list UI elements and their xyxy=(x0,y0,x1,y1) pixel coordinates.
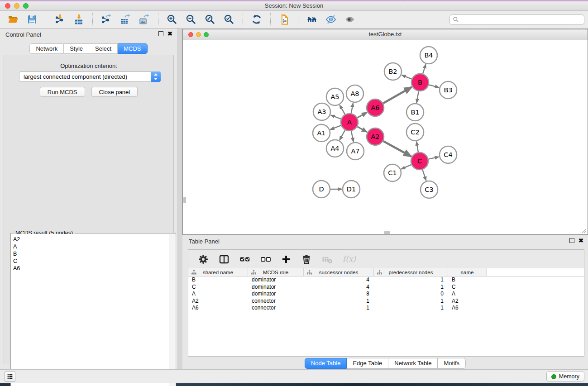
memory-button[interactable]: Memory xyxy=(546,372,584,381)
close-window-button[interactable] xyxy=(5,3,10,9)
graph-edge-A6-B[interactable] xyxy=(383,87,411,103)
delete-column-button[interactable] xyxy=(299,253,314,265)
create-column-button[interactable] xyxy=(279,254,293,265)
close-panel-button[interactable]: Close panel xyxy=(91,87,138,97)
network-horizontal-scrollbar-thumb[interactable] xyxy=(384,231,390,234)
mcds-result-item[interactable]: B xyxy=(11,250,169,257)
graph-edge-C-C1[interactable] xyxy=(401,165,411,169)
table-row-C[interactable]: Cdominator41C xyxy=(188,284,584,291)
hide-selected-button[interactable] xyxy=(323,14,339,25)
graph-edge-A-A1[interactable] xyxy=(330,125,341,129)
graph-edge-B-B1[interactable] xyxy=(416,91,418,103)
open-file-button[interactable] xyxy=(5,14,21,25)
save-session-button[interactable] xyxy=(24,14,40,25)
graph-edge-C-C3[interactable] xyxy=(422,170,426,181)
tab-network-table[interactable]: Network Table xyxy=(388,358,438,369)
network-canvas[interactable]: B4B2BB3A5A8A6A3B1AC2A1A2A4A7C4CC1C3DD1 xyxy=(183,40,588,234)
zoom-fit-button[interactable] xyxy=(202,14,218,25)
mcds-result-item[interactable]: A xyxy=(11,243,169,250)
equation-builder-button[interactable]: f(x) xyxy=(340,258,358,260)
import-network-button[interactable] xyxy=(52,14,68,25)
column-header-successor-nodes[interactable]: successor nodes xyxy=(304,268,374,276)
new-network-file-button[interactable] xyxy=(276,14,292,25)
network-zoom-button[interactable] xyxy=(204,32,209,37)
mcds-result-item[interactable]: C xyxy=(11,257,169,265)
column-header-shared-name[interactable]: shared name xyxy=(188,268,248,276)
close-table-panel-icon[interactable]: ✖ xyxy=(578,238,583,243)
task-history-button[interactable] xyxy=(5,371,15,382)
network-close-button[interactable] xyxy=(188,32,193,37)
import-table-button[interactable] xyxy=(71,14,87,25)
zoom-in-button[interactable] xyxy=(164,14,180,25)
tab-node-table[interactable]: Node Table xyxy=(305,358,347,369)
export-image-button[interactable] xyxy=(136,14,153,25)
graph-edge-A-A3[interactable] xyxy=(331,115,341,119)
zoom-fit-icon xyxy=(204,14,216,25)
network-window-titlebar[interactable]: testGlobe.txt xyxy=(183,29,588,40)
toolbar-buttons xyxy=(4,13,359,26)
column-header-MCDS-role[interactable]: MCDS role xyxy=(248,268,304,276)
graph-edge-C-C4[interactable] xyxy=(429,157,439,159)
table-row-A2[interactable]: A2connector11A2 xyxy=(188,298,584,305)
export-table-button[interactable] xyxy=(117,14,134,25)
refresh-layout-button[interactable] xyxy=(249,14,265,25)
graph-edge-A-A6[interactable] xyxy=(357,112,367,118)
select-all-button[interactable] xyxy=(237,253,253,265)
tab-mcds[interactable]: MCDS xyxy=(118,43,147,54)
deselect-all-button[interactable] xyxy=(258,253,273,265)
table-row-A[interactable]: Adominator80A xyxy=(188,291,584,298)
delete-table-icon xyxy=(322,254,333,265)
close-panel-icon[interactable]: ✖ xyxy=(167,31,172,36)
minimize-window-button[interactable] xyxy=(14,3,19,9)
float-panel-icon[interactable] xyxy=(158,31,163,36)
tab-select[interactable]: Select xyxy=(89,43,118,54)
tab-network[interactable]: Network xyxy=(29,43,64,54)
graph-edge-B-B2[interactable] xyxy=(402,75,411,79)
table-options-button[interactable] xyxy=(196,253,211,265)
optimization-criterion-label: Optimization criterion: xyxy=(4,62,173,69)
column-header-predecessor-nodes[interactable]: predecessor nodes xyxy=(374,268,448,276)
graph-edge-A-A5[interactable] xyxy=(339,105,345,114)
control-panel-title: Control Panel xyxy=(5,31,41,38)
graph-edge-A-A4[interactable] xyxy=(339,130,345,140)
run-mcds-button[interactable]: Run MCDS xyxy=(40,87,85,97)
cell-predecessor-nodes: 1 xyxy=(374,298,448,305)
delete-table-button[interactable] xyxy=(320,253,335,265)
column-header-name[interactable]: name xyxy=(448,268,487,276)
graph-edge-A-A7[interactable] xyxy=(351,131,354,142)
attribute-tree-icon xyxy=(191,270,196,275)
tab-motifs[interactable]: Motifs xyxy=(438,358,466,369)
graph-node-label-B2: B2 xyxy=(388,68,397,75)
resize-grip-icon[interactable] xyxy=(581,228,587,234)
network-vertical-scrollbar-thumb[interactable] xyxy=(183,197,186,203)
graph-edge-B-B3[interactable] xyxy=(429,85,439,87)
titlebar[interactable]: Session: New Session xyxy=(0,1,588,11)
tab-style[interactable]: Style xyxy=(64,43,89,54)
mcds-result-item[interactable]: A6 xyxy=(11,265,169,272)
graph-edge-A-A2[interactable] xyxy=(357,127,367,132)
graph-edge-A-A8[interactable] xyxy=(351,103,353,114)
network-view-window: testGlobe.txt B4B2BB3A5A8A6A3B1AC2A1A2A4… xyxy=(182,29,588,235)
mcds-list-scrollbar[interactable] xyxy=(169,234,175,386)
show-all-button[interactable] xyxy=(342,14,358,25)
float-table-panel-icon[interactable] xyxy=(569,238,574,243)
graph-edge-A2-C[interactable] xyxy=(383,141,411,157)
graph-edge-C-C2[interactable] xyxy=(416,142,418,152)
graph-edge-B-B4[interactable] xyxy=(423,64,426,74)
zoom-out-button[interactable] xyxy=(183,14,199,25)
table-row-B[interactable]: Bdominator41B xyxy=(188,276,584,284)
search-box[interactable] xyxy=(449,14,584,25)
table-row-A6[interactable]: A6connector11A6 xyxy=(188,305,584,312)
network-minimize-button[interactable] xyxy=(196,32,201,37)
zoom-window-button[interactable] xyxy=(23,3,29,9)
export-network-button[interactable] xyxy=(98,14,115,25)
tab-edge-table[interactable]: Edge Table xyxy=(347,358,388,369)
zoom-selected-button[interactable] xyxy=(221,14,237,25)
home-view-button[interactable] xyxy=(304,14,320,25)
graph-node-label-D1: D1 xyxy=(347,186,356,193)
show-columns-button[interactable] xyxy=(216,253,232,265)
mcds-result-item[interactable]: A2 xyxy=(11,236,169,243)
search-input[interactable] xyxy=(461,15,582,24)
network-graph: B4B2BB3A5A8A6A3B1AC2A1A2A4A7C4CC1C3DD1 xyxy=(183,40,588,235)
criterion-dropdown[interactable]: largest connected component (directed) xyxy=(19,71,161,82)
